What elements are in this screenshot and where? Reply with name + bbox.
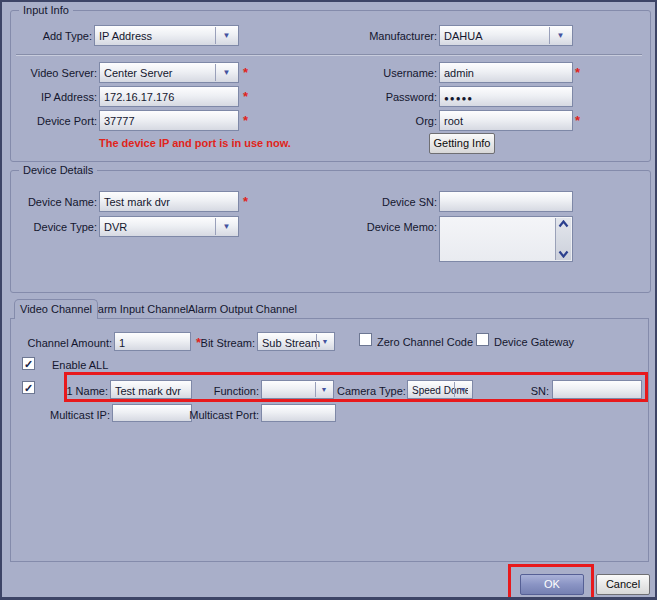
video-server-label: Video Server: [12,67,97,80]
device-type-dropdown[interactable]: DVR ▼ [99,216,239,237]
chevron-down-icon[interactable]: ▼ [215,27,237,44]
required-icon: * [243,195,248,208]
ip-address-input[interactable]: 172.16.17.176 [99,86,239,107]
password-input[interactable]: ●●●●● [439,86,573,107]
device-name-label: Device Name: [12,196,97,209]
chevron-down-icon[interactable]: ▼ [215,218,237,235]
scroll-up-icon[interactable] [558,220,569,228]
required-icon: * [575,114,580,127]
device-name-input[interactable]: Test mark dvr [99,191,239,212]
memo-scrollbar[interactable] [555,218,571,260]
device-sn-input[interactable] [439,191,573,212]
required-icon: * [243,114,248,127]
ok-button[interactable]: OK [520,574,584,595]
device-sn-label: Device SN: [350,196,437,209]
add-type-dropdown[interactable]: IP Address ▼ [94,25,239,46]
password-label: Password: [352,91,437,104]
org-label: Org: [352,115,437,128]
ip-port-in-use-warning: The device IP and port is in use now. [99,137,291,149]
cancel-button[interactable]: Cancel [596,574,650,595]
required-icon: * [243,66,248,79]
device-details-title: Device Details [19,164,97,176]
device-port-input[interactable]: 37777 [99,110,239,131]
ip-address-label: IP Address: [12,91,97,104]
manufacturer-label: Manufacturer: [332,30,437,43]
org-input[interactable]: root [439,110,573,131]
device-type-label: Device Type: [12,221,97,234]
tab-alarm-output-channel[interactable]: Alarm Output Channel [188,303,297,315]
chevron-down-icon[interactable]: ▼ [549,27,571,44]
add-type-label: Add Type: [12,30,92,43]
scroll-down-icon[interactable] [558,250,569,258]
getting-info-button[interactable]: Getting Info [429,133,495,154]
divider [16,54,642,55]
manufacturer-dropdown[interactable]: DAHUA ▼ [439,25,573,46]
add-device-dialog: Input Info Add Type: IP Address ▼ Manufa… [0,0,657,600]
device-memo-textarea[interactable] [439,216,573,262]
chevron-down-icon[interactable]: ▼ [215,64,237,81]
required-icon: * [575,66,580,79]
username-label: Username: [352,67,437,80]
username-input[interactable]: admin [439,62,573,83]
device-memo-label: Device Memo: [347,221,437,234]
device-port-label: Device Port: [12,115,97,128]
required-icon: * [243,90,248,103]
tab-alarm-input-channel[interactable]: Alarm Input Channel [88,303,188,315]
video-channel-panel [10,318,649,562]
tab-video-channel[interactable]: Video Channel [14,299,98,319]
input-info-title: Input Info [19,4,73,16]
video-server-dropdown[interactable]: Center Server ▼ [99,62,239,83]
